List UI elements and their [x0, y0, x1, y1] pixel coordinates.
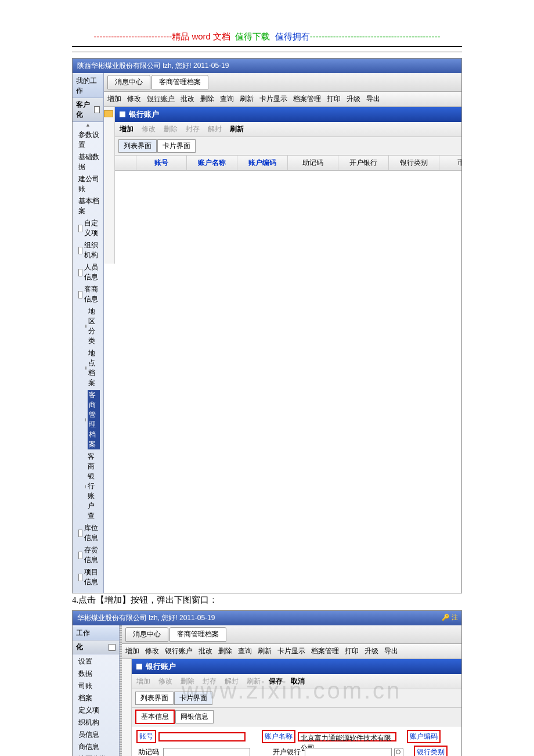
col-mnemonic[interactable]: 助记码 — [288, 156, 338, 170]
dot-icon — [85, 325, 86, 328]
tb-bank[interactable]: 银行账户 — [165, 646, 193, 656]
tree-item[interactable]: 地区分类 — [75, 305, 101, 347]
tb-up[interactable]: 升级 — [365, 646, 378, 656]
tree-item[interactable]: 地区分类 — [75, 753, 117, 756]
tb-bank[interactable]: 银行账户 — [147, 94, 175, 104]
sidebar-header-mywork[interactable]: 我的工作 — [73, 74, 103, 98]
tab-cust[interactable]: 客商管理档案 — [169, 627, 226, 642]
sb-add[interactable]: 增加 — [120, 124, 134, 134]
vtab-list[interactable]: 列表界面 — [135, 692, 174, 705]
vtab-card[interactable]: 卡片界面 — [174, 692, 212, 705]
tree-item[interactable]: 司账 — [75, 680, 117, 692]
sidebar-header[interactable]: 工作 — [73, 627, 119, 640]
sb-refresh[interactable]: 刷新 — [230, 124, 244, 134]
doc-icon — [78, 530, 82, 537]
doc-icon — [78, 269, 82, 276]
tree-item[interactable]: 基础数据 — [75, 151, 101, 173]
tree-item[interactable]: 客商信息 — [75, 283, 101, 305]
tb-del[interactable]: 删除 — [200, 94, 214, 104]
sub-toolbar: 增加 修改 删除 封存 解封 刷新 — [115, 122, 462, 137]
itab-ebank[interactable]: 网银信息 — [175, 710, 214, 723]
dot-icon — [85, 366, 86, 370]
tb-export[interactable]: 导出 — [384, 646, 398, 656]
dot-icon — [85, 485, 86, 488]
tree-item[interactable]: 组织机构 — [75, 239, 101, 261]
tree-item[interactable]: 项目信息 — [75, 566, 101, 588]
tb-refresh[interactable]: 刷新 — [258, 646, 272, 656]
scroll-up-icon[interactable]: ▲ — [73, 122, 103, 128]
sb-add: 增加 — [136, 676, 150, 686]
tree-item[interactable]: 商信息 — [75, 741, 117, 753]
tree-item[interactable]: 员信息 — [75, 729, 117, 741]
col-code[interactable]: 账户编码 — [237, 156, 288, 170]
col-name[interactable]: 账户名称 — [187, 156, 237, 170]
tb-edit[interactable]: 修改 — [127, 94, 141, 104]
vtab-card[interactable]: 卡片界面 — [157, 139, 196, 153]
inp-mnemonic[interactable] — [163, 748, 250, 757]
tb-query[interactable]: 查询 — [238, 646, 252, 656]
tb-card[interactable]: 卡片显示 — [259, 94, 287, 104]
tb-up[interactable]: 升级 — [347, 94, 360, 104]
tree-item[interactable]: 建公司账 — [75, 173, 101, 195]
tree-item[interactable]: 人员信息 — [75, 261, 101, 283]
tb-add[interactable]: 增加 — [125, 646, 139, 656]
logout-link[interactable]: 🔑 注 — [442, 613, 458, 622]
col-bank[interactable]: 开户银行 — [338, 156, 389, 170]
main-panel: 消息中心 客商管理档案 增加 修改 银行账户 批改 删除 查询 刷新 卡片显示 … — [104, 73, 462, 593]
tb-batch[interactable]: 批改 — [199, 646, 212, 656]
tree-item[interactable]: 档案 — [75, 692, 117, 704]
doc-icon — [78, 291, 82, 298]
tb-card[interactable]: 卡片显示 — [277, 646, 305, 656]
collapse-icon[interactable] — [94, 106, 100, 113]
dot-icon — [85, 418, 86, 422]
panel-header: 银行账户 — [132, 659, 461, 674]
col-currency[interactable]: 币种 — [439, 156, 462, 170]
tb-export[interactable]: 导出 — [366, 94, 380, 104]
sidebar-header[interactable]: 化 — [73, 640, 119, 654]
itab-basic[interactable]: 基本信息 — [135, 710, 175, 724]
tab-msg[interactable]: 消息中心 — [107, 75, 150, 89]
tree-item[interactable]: 定义项 — [75, 704, 117, 717]
tree-item[interactable]: 织机构 — [75, 717, 117, 729]
tb-edit[interactable]: 修改 — [145, 646, 159, 656]
tb-batch[interactable]: 批改 — [181, 94, 194, 104]
tree-item-selected[interactable]: 客商管理档案 — [75, 389, 101, 451]
col-banktype[interactable]: 银行类别 — [389, 156, 439, 170]
folder-icon[interactable] — [104, 110, 113, 117]
tb-del[interactable]: 删除 — [218, 646, 232, 656]
tree-item[interactable]: 设置 — [75, 656, 117, 668]
lbl-banktype: 银行类别 — [414, 746, 448, 756]
tree-item[interactable]: 存货信息 — [75, 544, 101, 566]
tb-print[interactable]: 打印 — [345, 646, 359, 656]
search-icon[interactable] — [394, 748, 403, 757]
tree-item[interactable]: 参数设置 — [75, 129, 101, 151]
col-account[interactable]: 账号 — [136, 156, 187, 170]
inp-account[interactable] — [158, 732, 246, 741]
tb-query[interactable]: 查询 — [220, 94, 234, 104]
sidebar-header-kehuhua[interactable]: 客户化 — [73, 98, 103, 122]
tab-cust[interactable]: 客商管理档案 — [151, 75, 208, 89]
tb-print[interactable]: 打印 — [327, 94, 341, 104]
tb-refresh[interactable]: 刷新 — [240, 94, 254, 104]
inp-bank[interactable] — [305, 748, 392, 757]
collapse-icon[interactable] — [109, 644, 116, 651]
tree-item[interactable]: 库位信息 — [75, 522, 101, 544]
tree-item[interactable]: 客商银行账户查 — [75, 451, 101, 522]
grid-header: 账号 账户名称 账户编码 助记码 开户银行 银行类别 币种 — [115, 156, 462, 171]
inp-acctname[interactable]: 北京富力通能源软件技术有限公司 — [298, 732, 396, 741]
vtab-list[interactable]: 列表界面 — [118, 139, 157, 153]
tree-item[interactable]: 基本档案 — [75, 195, 101, 217]
tb-arch[interactable]: 档案管理 — [311, 646, 339, 656]
window-title: 陕西华彬煤业股份有限公司 lzh, 您好! 2011-05-19 — [73, 59, 461, 73]
form: 账号 账户名称北京富力通能源软件技术有限公司 账户编码 助记码 开户银行 银行类… — [132, 726, 461, 756]
tb-add[interactable]: 增加 — [107, 94, 121, 104]
sb-save[interactable]: 保存 — [269, 676, 283, 686]
sb-cancel[interactable]: 取消 — [291, 676, 305, 686]
doc-icon — [78, 225, 82, 232]
toolbar: 增加修改银行账户批改删除查询刷新卡片显示档案管理打印升级导出 — [122, 644, 461, 659]
tree-item[interactable]: 自定义项 — [75, 217, 101, 239]
tb-arch[interactable]: 档案管理 — [293, 94, 321, 104]
tab-msg[interactable]: 消息中心 — [125, 627, 168, 642]
tree-item[interactable]: 数据 — [75, 668, 117, 680]
tree-item[interactable]: 地点档案 — [75, 347, 101, 389]
